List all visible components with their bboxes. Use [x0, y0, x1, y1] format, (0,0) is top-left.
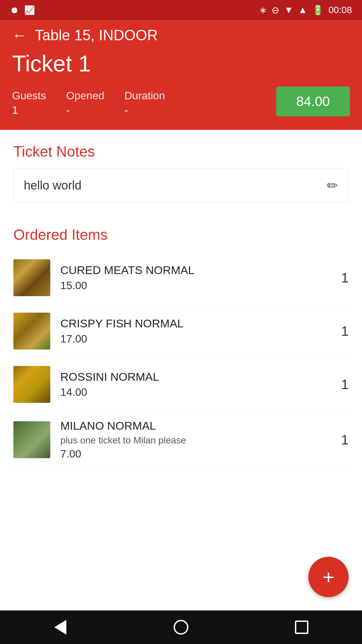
home-circle-icon — [174, 620, 188, 635]
content-area: Ticket Notes hello world ✏ Ordered Items… — [0, 130, 362, 626]
meta-group: Guests 1 Opened - Duration - — [12, 90, 165, 116]
ticket-notes-section: Ticket Notes hello world ✏ — [0, 130, 362, 216]
header-nav: ← Table 15, INDOOR — [12, 27, 350, 44]
ordered-items-title: Ordered Items — [13, 226, 349, 243]
back-button[interactable]: ← — [12, 27, 27, 44]
notes-container: hello world ✏ — [13, 168, 349, 203]
item-name: MILANO NORMAL — [60, 419, 335, 432]
ordered-items-section: Ordered Items CURED MEATS NORMAL 15.00 1… — [0, 216, 362, 475]
item-image — [13, 366, 50, 403]
ticket-notes-title: Ticket Notes — [13, 143, 349, 160]
item-details: ROSSINI NORMAL 14.00 — [60, 370, 335, 398]
opened-meta: Opened - — [66, 90, 104, 116]
item-note: plus one ticket to Milan please — [60, 435, 335, 446]
edit-notes-icon[interactable]: ✏ — [327, 178, 338, 193]
chart-icon: 📈 — [24, 5, 35, 15]
add-item-fab[interactable]: + — [308, 557, 349, 597]
item-image-placeholder — [13, 366, 50, 403]
duration-meta: Duration - — [124, 90, 165, 116]
status-bar: ⏺ 📈 ∗ ⊖ ▼ ▲ 🔋 00:08 — [0, 0, 362, 20]
duration-label: Duration — [124, 90, 165, 102]
item-details: CURED MEATS NORMAL 15.00 — [60, 264, 335, 292]
status-bar-right: ∗ ⊖ ▼ ▲ 🔋 00:08 — [259, 5, 352, 16]
item-image-placeholder — [13, 421, 50, 458]
nav-home-button[interactable] — [168, 614, 194, 641]
nav-back-button[interactable] — [47, 614, 74, 641]
wifi-icon: ▼ — [284, 5, 293, 15]
guests-label: Guests — [12, 90, 46, 102]
minus-circle-icon: ⊖ — [272, 5, 279, 16]
bluetooth-icon: ∗ — [259, 5, 267, 16]
total-button[interactable]: 84.00 — [276, 87, 350, 116]
list-item: ROSSINI NORMAL 14.00 1 — [13, 358, 349, 411]
signal-icon: ▲ — [298, 5, 307, 15]
item-image-placeholder — [13, 259, 50, 296]
time-display: 00:08 — [328, 5, 352, 15]
bottom-nav — [0, 610, 362, 644]
guests-meta: Guests 1 — [12, 90, 46, 116]
item-quantity: 1 — [335, 324, 349, 339]
notes-text: hello world — [24, 178, 81, 193]
list-item: MILANO NORMAL plus one ticket to Milan p… — [13, 411, 349, 469]
table-title: Table 15, INDOOR — [35, 27, 158, 44]
nav-recents-button[interactable] — [288, 614, 315, 641]
item-image — [13, 313, 50, 350]
item-price: 15.00 — [60, 279, 335, 292]
header-meta: Guests 1 Opened - Duration - 84.00 — [12, 87, 350, 116]
item-details: MILANO NORMAL plus one ticket to Milan p… — [60, 419, 335, 460]
duration-value: - — [124, 104, 165, 116]
guests-value: 1 — [12, 104, 46, 116]
item-quantity: 1 — [335, 270, 349, 285]
battery-icon: 🔋 — [312, 5, 324, 16]
item-image — [13, 421, 50, 458]
item-name: CURED MEATS NORMAL — [60, 264, 335, 277]
back-triangle-icon — [54, 620, 66, 635]
list-item: CURED MEATS NORMAL 15.00 1 — [13, 251, 349, 305]
item-name: CRISPY FISH NORMAL — [60, 317, 335, 330]
record-icon: ⏺ — [10, 5, 19, 15]
opened-label: Opened — [66, 90, 104, 102]
item-price: 17.00 — [60, 333, 335, 345]
item-details: CRISPY FISH NORMAL 17.00 — [60, 317, 335, 345]
item-name: ROSSINI NORMAL — [60, 370, 335, 383]
ticket-name: Ticket 1 — [12, 50, 350, 76]
opened-value: - — [66, 104, 104, 116]
item-quantity: 1 — [335, 432, 349, 447]
item-quantity: 1 — [335, 377, 349, 392]
recents-square-icon — [295, 621, 308, 634]
items-list: CURED MEATS NORMAL 15.00 1 CRISPY FISH N… — [13, 251, 349, 469]
item-image — [13, 259, 50, 296]
item-price: 14.00 — [60, 386, 335, 398]
status-bar-left: ⏺ 📈 — [10, 5, 35, 15]
item-image-placeholder — [13, 313, 50, 350]
item-price: 7.00 — [60, 448, 335, 460]
header: ← Table 15, INDOOR Ticket 1 Guests 1 Ope… — [0, 20, 362, 130]
list-item: CRISPY FISH NORMAL 17.00 1 — [13, 305, 349, 358]
